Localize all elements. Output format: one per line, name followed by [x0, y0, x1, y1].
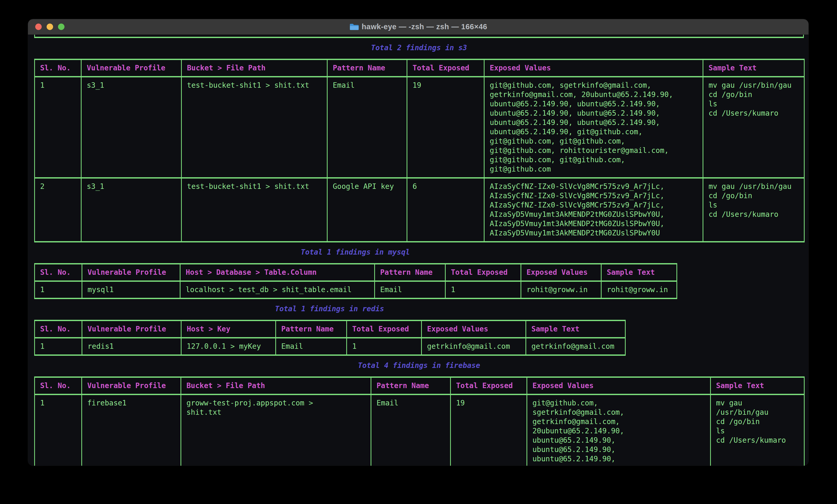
table-cell: Email: [371, 395, 451, 466]
table-cell: s3_1: [81, 77, 181, 178]
table-cell: firebase1: [82, 395, 181, 466]
table-row: 2s3_1test-bucket-shit1 > shit.txtGoogle …: [35, 178, 804, 242]
titlebar[interactable]: hawk-eye — -zsh — zsh — 166×46: [28, 19, 808, 35]
table-cell: Email: [327, 77, 407, 178]
table-cell: s3_1: [81, 178, 181, 242]
table-row: 1mysql1localhost > test_db > shit_table.…: [35, 281, 677, 299]
table-cell: 127.0.0.1 > myKey: [181, 338, 276, 355]
findings-table-redis: Sl. No.Vulnerable ProfileHost > KeyPatte…: [34, 320, 626, 356]
section-title-redis: Total 1 findings in redis: [34, 304, 625, 314]
table-cell: mv gau /usr/bin/gau cd /go/bin ls cd /Us…: [703, 77, 804, 178]
section-title-s3: Total 2 findings in s3: [34, 43, 804, 53]
table-cell: 6: [407, 178, 484, 242]
section-title-mysql: Total 1 findings in mysql: [34, 248, 676, 257]
column-header: Host > Database > Table.Column: [180, 264, 375, 281]
table-row: 1redis1127.0.0.1 > myKeyEmail1getrkinfo@…: [35, 338, 625, 355]
header-row: Sl. No.Vulnerable ProfileHost > Database…: [35, 264, 677, 281]
column-header: Sample Text: [601, 264, 677, 281]
findings-table-mysql: Sl. No.Vulnerable ProfileHost > Database…: [34, 263, 677, 299]
column-header: Pattern Name: [327, 59, 407, 77]
table-cell: 19: [451, 395, 527, 466]
column-header: Exposed Values: [527, 377, 711, 395]
column-header: Bucket > File Path: [181, 377, 371, 395]
header-row: Sl. No.Vulnerable ProfileBucket > File P…: [35, 59, 804, 77]
table-cell: Google API key: [327, 178, 407, 242]
column-header: Total Exposed: [451, 377, 527, 395]
table-row: 1firebase1groww-test-proj.appspot.com > …: [35, 395, 804, 466]
column-header: Sample Text: [703, 59, 804, 77]
findings-table-firebase: Sl. No.Vulnerable ProfileBucket > File P…: [34, 376, 805, 466]
column-header: Sl. No.: [35, 59, 81, 77]
table-cell: mysql1: [82, 281, 180, 299]
column-header: Total Exposed: [445, 264, 521, 281]
table-cell: groww-test-proj.appspot.com > shit.txt: [181, 395, 371, 466]
close-button[interactable]: [35, 23, 42, 30]
traffic-lights: [35, 19, 65, 34]
table-cell: rohit@groww.in: [521, 281, 601, 299]
section-title-firebase: Total 4 findings in firebase: [34, 361, 804, 370]
column-header: Sl. No.: [35, 377, 82, 395]
table-cell: Email: [276, 338, 347, 355]
column-header: Total Exposed: [407, 59, 484, 77]
column-header: Total Exposed: [347, 321, 422, 338]
column-header: Vulnerable Profile: [81, 59, 181, 77]
column-header: Vulnerable Profile: [82, 264, 180, 281]
column-header: Pattern Name: [276, 321, 347, 338]
table-cell: test-bucket-shit1 > shit.txt: [181, 178, 327, 242]
column-header: Vulnerable Profile: [82, 321, 181, 338]
table-cell: 1: [35, 281, 82, 299]
table-cell: getrkinfo@gmail.com: [526, 338, 625, 355]
table-cell: getrkinfo@gmail.com: [422, 338, 526, 355]
table-cell: mv gau /usr/bin/gau cd /go/bin ls cd /Us…: [703, 178, 804, 242]
table-cell: 1: [35, 395, 82, 466]
table-row: 1s3_1test-bucket-shit1 > shit.txtEmail19…: [35, 77, 804, 178]
truncated-table-bottom: [34, 35, 804, 38]
column-header: Sl. No.: [35, 321, 82, 338]
table-cell: Email: [375, 281, 445, 299]
column-header: Bucket > File Path: [181, 59, 327, 77]
table-cell: AIzaSyCfNZ-IZx0-SlVcVg8MCr575zv9_Ar7jLc,…: [484, 178, 703, 242]
column-header: Sl. No.: [35, 264, 82, 281]
desktop: hawk-eye — -zsh — zsh — 166×46 Total 2 f…: [0, 0, 837, 504]
table-cell: rohit@groww.in: [601, 281, 677, 299]
folder-icon: [349, 23, 359, 31]
terminal-content[interactable]: Total 2 findings in s3Sl. No.Vulnerable …: [28, 35, 808, 466]
column-header: Vulnerable Profile: [82, 377, 181, 395]
table-cell: 1: [35, 338, 82, 355]
table-cell: test-bucket-shit1 > shit.txt: [181, 77, 327, 178]
column-header: Pattern Name: [375, 264, 445, 281]
column-header: Exposed Values: [521, 264, 601, 281]
table-cell: redis1: [82, 338, 181, 355]
window-title-text: hawk-eye — -zsh — zsh — 166×46: [362, 22, 487, 31]
zoom-button[interactable]: [58, 23, 65, 30]
table-cell: git@github.com, sgetrkinfo@gmail.com, ge…: [527, 395, 711, 466]
table-cell: 2: [35, 178, 81, 242]
header-row: Sl. No.Vulnerable ProfileHost > KeyPatte…: [35, 321, 625, 338]
table-cell: 1: [347, 338, 422, 355]
table-cell: mv gau /usr/bin/gau cd /go/bin ls cd /Us…: [711, 395, 804, 466]
minimize-button[interactable]: [47, 23, 53, 30]
header-row: Sl. No.Vulnerable ProfileBucket > File P…: [35, 377, 804, 395]
table-cell: git@github.com, sgetrkinfo@gmail.com, ge…: [484, 77, 703, 178]
window-title: hawk-eye — -zsh — zsh — 166×46: [349, 22, 487, 31]
findings-sections: Total 2 findings in s3Sl. No.Vulnerable …: [34, 43, 808, 466]
column-header: Host > Key: [181, 321, 276, 338]
terminal-window: hawk-eye — -zsh — zsh — 166×46 Total 2 f…: [28, 19, 808, 466]
column-header: Sample Text: [711, 377, 804, 395]
column-header: Sample Text: [526, 321, 625, 338]
table-cell: localhost > test_db > shit_table.email: [180, 281, 375, 299]
table-cell: 1: [35, 77, 81, 178]
column-header: Pattern Name: [371, 377, 451, 395]
table-cell: 1: [445, 281, 521, 299]
column-header: Exposed Values: [422, 321, 526, 338]
findings-table-s3: Sl. No.Vulnerable ProfileBucket > File P…: [34, 59, 805, 242]
column-header: Exposed Values: [484, 59, 703, 77]
table-cell: 19: [407, 77, 484, 178]
